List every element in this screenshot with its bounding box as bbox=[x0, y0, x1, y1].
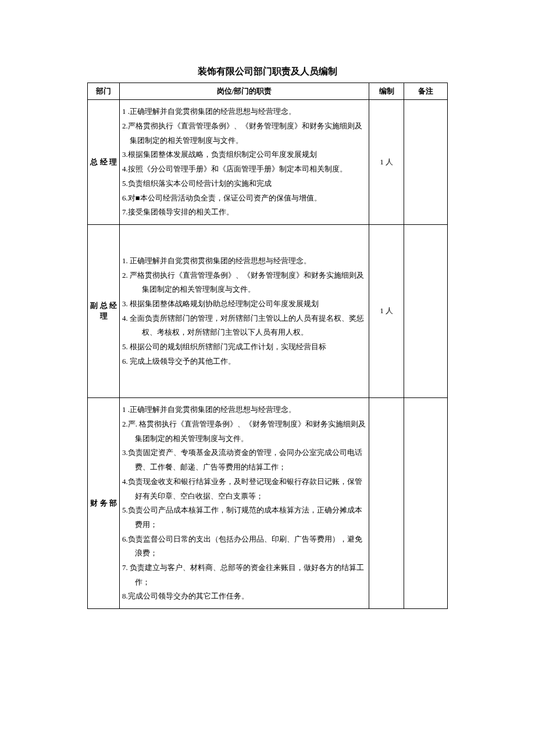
duty-item: 1 .正确理解并自觉贯彻集团的经营思想与经营理念。 bbox=[122, 105, 366, 119]
duty-item: 1 .正确理解并自觉贯彻集团的经营思想与经营理念。 bbox=[122, 403, 366, 417]
duty-item: 6. 完成上级领导交予的其他工作。 bbox=[122, 354, 366, 369]
duty-item: 8.完成公司领导交办的其它工作任务。 bbox=[122, 589, 366, 604]
duty-item: 7. 负责建立与客户、材料商、总部等的资金往来账目，做好各方的结算工作； bbox=[122, 561, 366, 589]
remark-cell bbox=[404, 224, 448, 398]
duty-item: 2. 严格贯彻执行《直营管理条例》、《财务管理制度》和财务实施细则及集团制定的相… bbox=[122, 268, 366, 297]
count-cell: 1 人 bbox=[369, 224, 404, 398]
dept-cell: 副 总 经理 bbox=[88, 224, 120, 398]
duty-item: 3.根据集团整体发展战略，负责组织制定公司年度发展规划 bbox=[122, 148, 366, 162]
duty-cell: 1 .正确理解并自觉贯彻集团的经营思想与经营理念。 2.严. 格贯彻执行《直营管… bbox=[120, 398, 369, 609]
document-title: 装饰有限公司部门职责及人员编制 bbox=[87, 64, 448, 79]
dept-cell: 总 经 理 bbox=[88, 100, 120, 225]
duty-item: 4.负责现金收支和银行结算业务，及时登记现金和银行存款日记账，保管好有关印章、空… bbox=[122, 475, 366, 503]
duty-item: 1. 正确理解并自觉贯彻贯彻集团的经营思想与经营理念。 bbox=[122, 254, 366, 268]
count-cell bbox=[369, 398, 404, 609]
duty-item: 5.负责公司产品成本核算工作，制订规范的成本核算方法，正确分摊成本费用； bbox=[122, 503, 366, 532]
duty-item: 4.按照《分公司管理手册》和《店面管理手册》制定本司相关制度。 bbox=[122, 162, 366, 177]
duty-item: 4. 全面负责所辖部门的管理，对所辖部门主管以上的人员有提名权、奖惩权、考核权，… bbox=[122, 311, 366, 340]
remark-cell bbox=[404, 398, 448, 609]
table-header-row: 部门 岗位/部门的职责 编制 备注 bbox=[88, 83, 448, 100]
dept-cell: 财 务 部 bbox=[88, 398, 120, 609]
count-cell: 1 人 bbox=[369, 100, 404, 225]
table-row: 总 经 理 1 .正确理解并自觉贯彻集团的经营思想与经营理念。 2.严格贯彻执行… bbox=[88, 100, 448, 225]
duty-cell: 1 .正确理解并自觉贯彻集团的经营思想与经营理念。 2.严格贯彻执行《直营管理条… bbox=[120, 100, 369, 225]
duty-table: 部门 岗位/部门的职责 编制 备注 总 经 理 1 .正确理解并自觉贯彻集团的经… bbox=[87, 83, 448, 609]
duty-item: 6.负责监督公司日常的支出（包括办公用品、印刷、广告等费用），避免浪费； bbox=[122, 532, 366, 561]
table-row: 财 务 部 1 .正确理解并自觉贯彻集团的经营思想与经营理念。 2.严. 格贯彻… bbox=[88, 398, 448, 609]
remark-cell bbox=[404, 100, 448, 225]
header-dept: 部门 bbox=[88, 83, 120, 100]
duty-item: 3.负责固定资产、专项基金及流动资金的管理，会同办公室完成公司电话费、工作餐、邮… bbox=[122, 446, 366, 474]
header-count: 编制 bbox=[369, 83, 404, 100]
duty-item: 5.负责组织落实本公司经营计划的实施和完成 bbox=[122, 177, 366, 191]
header-duty: 岗位/部门的职责 bbox=[120, 83, 369, 100]
duty-item: 2.严格贯彻执行《直营管理条例》、《财务管理制度》和财务实施细则及集团制定的相关… bbox=[122, 119, 366, 148]
duty-item: 2.严. 格贯彻执行《直营管理条例》、《财务管理制度》和财务实施细则及集团制定的… bbox=[122, 417, 366, 446]
header-remark: 备注 bbox=[404, 83, 448, 100]
duty-item: 7.接受集团领导安排的相关工作。 bbox=[122, 205, 366, 220]
duty-cell: 1. 正确理解并自觉贯彻贯彻集团的经营思想与经营理念。 2. 严格贯彻执行《直营… bbox=[120, 224, 369, 398]
duty-item: 5. 根据公司的规划组织所辖部门完成工作计划，实现经营目标 bbox=[122, 340, 366, 354]
duty-item: 3. 根据集团整体战略规划协助总经理制定公司年度发展规划 bbox=[122, 297, 366, 311]
duty-item: 6.对■本公司经营活动负全责，保证公司资产的保值与增值。 bbox=[122, 191, 366, 206]
table-row: 副 总 经理 1. 正确理解并自觉贯彻贯彻集团的经营思想与经营理念。 2. 严格… bbox=[88, 224, 448, 398]
